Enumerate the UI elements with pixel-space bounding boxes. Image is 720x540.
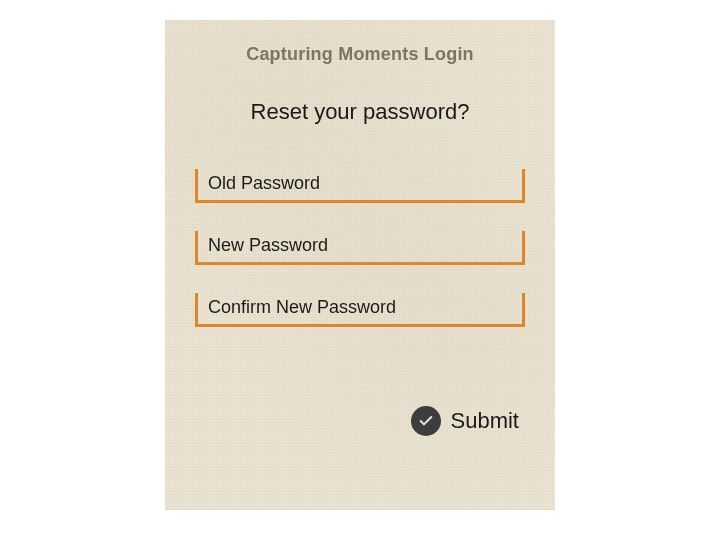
check-circle-icon [411, 406, 441, 436]
confirm-password-field-wrapper [195, 293, 525, 327]
page-subtitle: Reset your password? [195, 99, 525, 125]
submit-button[interactable]: Submit [411, 406, 519, 436]
new-password-input[interactable] [195, 231, 525, 265]
confirm-password-input[interactable] [195, 293, 525, 327]
submit-label: Submit [451, 408, 519, 434]
old-password-field-wrapper [195, 169, 525, 203]
old-password-input[interactable] [195, 169, 525, 203]
new-password-field-wrapper [195, 231, 525, 265]
reset-password-panel: Capturing Moments Login Reset your passw… [165, 20, 555, 510]
page-title: Capturing Moments Login [195, 44, 525, 65]
